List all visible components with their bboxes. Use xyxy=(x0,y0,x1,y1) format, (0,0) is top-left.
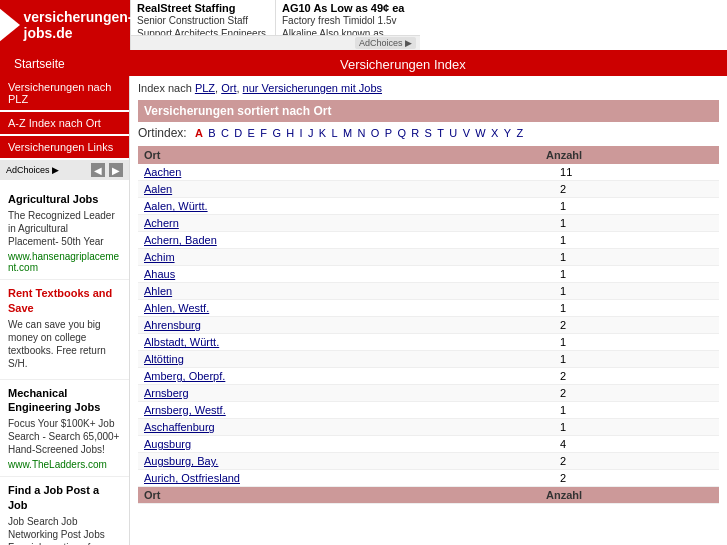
ort-link[interactable]: Achim xyxy=(144,251,175,263)
sidebar-ad4-body: Job Search Job Networking Post Jobs Free… xyxy=(8,515,121,545)
ort-link[interactable]: Augsburg, Bay. xyxy=(144,455,218,467)
link-plz[interactable]: PLZ xyxy=(195,82,215,94)
cell-anzahl: 1 xyxy=(540,283,719,300)
letter-link-X[interactable]: X xyxy=(491,127,498,139)
letter-link-W[interactable]: W xyxy=(475,127,485,139)
table-row: Arnsberg, Westf.1 xyxy=(138,402,719,419)
footer-col-anzahl: Anzahl xyxy=(540,487,719,504)
cell-ort: Achim xyxy=(138,249,540,266)
table-row: Achern, Baden1 xyxy=(138,232,719,249)
cell-ort: Augsburg xyxy=(138,436,540,453)
letter-link-H[interactable]: H xyxy=(286,127,294,139)
ort-link[interactable]: Aschaffenburg xyxy=(144,421,215,433)
table-row: Achim1 xyxy=(138,249,719,266)
ad1-title: RealStreet Staffing xyxy=(137,2,269,14)
cell-anzahl: 2 xyxy=(540,385,719,402)
sidebar-item-az[interactable]: A-Z Index nach Ort xyxy=(0,112,129,134)
ort-link[interactable]: Albstadt, Württ. xyxy=(144,336,219,348)
sidebar-item-plz[interactable]: Versicherungen nach PLZ xyxy=(0,76,129,110)
letter-link-U[interactable]: U xyxy=(449,127,457,139)
letter-link-M[interactable]: M xyxy=(343,127,352,139)
table-row: Altötting1 xyxy=(138,351,719,368)
ort-link[interactable]: Ahlen, Westf. xyxy=(144,302,209,314)
letter-link-V[interactable]: V xyxy=(463,127,470,139)
sidebar-item-links[interactable]: Versicherungen Links xyxy=(0,136,129,158)
letter-link-A[interactable]: A xyxy=(195,127,203,139)
ort-link[interactable]: Aalen, Württ. xyxy=(144,200,208,212)
letter-link-S[interactable]: S xyxy=(425,127,432,139)
ort-link[interactable]: Altötting xyxy=(144,353,184,365)
letter-link-B[interactable]: B xyxy=(208,127,215,139)
table-body: Aachen11Aalen2Aalen, Württ.1Achern1Acher… xyxy=(138,164,719,487)
ort-link[interactable]: Ahlen xyxy=(144,285,172,297)
ad1-text: Senior Construction Staff Support Archit… xyxy=(137,14,269,35)
main-table: Ort Anzahl Aachen11Aalen2Aalen, Württ.1A… xyxy=(138,146,719,504)
ort-link[interactable]: Ahaus xyxy=(144,268,175,280)
letter-links: A B C D E F G H I J K L M N O P Q R S T … xyxy=(194,126,524,140)
ort-link[interactable]: Arnsberg, Westf. xyxy=(144,404,226,416)
cell-ort: Aachen xyxy=(138,164,540,181)
link-ort[interactable]: Ort xyxy=(221,82,236,94)
ort-link[interactable]: Amberg, Oberpf. xyxy=(144,370,225,382)
letter-link-N[interactable]: N xyxy=(358,127,366,139)
cell-anzahl: 1 xyxy=(540,402,719,419)
sidebar-ad1-url[interactable]: www.hansenagriplacement.com xyxy=(8,251,121,273)
ort-link[interactable]: Aalen xyxy=(144,183,172,195)
link-mit-jobs[interactable]: nur Versicherungen mit Jobs xyxy=(243,82,382,94)
cell-anzahl: 1 xyxy=(540,215,719,232)
table-row: Aurich, Ostfriesland2 xyxy=(138,470,719,487)
letter-link-Q[interactable]: Q xyxy=(397,127,406,139)
sidebar-ad-next[interactable]: ▶ xyxy=(109,163,123,177)
ort-link[interactable]: Aachen xyxy=(144,166,181,178)
letter-link-J[interactable]: J xyxy=(308,127,314,139)
section-title: Versicherungen sortiert nach Ort xyxy=(138,100,719,122)
sidebar-ad4-headline: Find a Job Post a Job xyxy=(8,483,121,512)
sidebar-ad3-url[interactable]: www.TheLadders.com xyxy=(8,459,121,470)
cell-ort: Aurich, Ostfriesland xyxy=(138,470,540,487)
sidebar-ad1-body: The Recognized Leader in Agricultural Pl… xyxy=(8,209,121,248)
letter-link-Z[interactable]: Z xyxy=(516,127,523,139)
ort-link[interactable]: Augsburg xyxy=(144,438,191,450)
nav-startseite[interactable]: Startseite xyxy=(0,52,79,76)
ort-link[interactable]: Arnsberg xyxy=(144,387,189,399)
letter-link-K[interactable]: K xyxy=(319,127,326,139)
cell-anzahl: 2 xyxy=(540,317,719,334)
cell-anzahl: 11 xyxy=(540,164,719,181)
ort-link[interactable]: Ahrensburg xyxy=(144,319,201,331)
letter-link-I[interactable]: I xyxy=(300,127,303,139)
adchoices-label[interactable]: AdChoices ▶ xyxy=(355,37,416,49)
ort-link[interactable]: Achern xyxy=(144,217,179,229)
col-header-ort: Ort xyxy=(138,146,540,164)
cell-ort: Aschaffenburg xyxy=(138,419,540,436)
letter-link-D[interactable]: D xyxy=(234,127,242,139)
cell-ort: Achern xyxy=(138,215,540,232)
ort-index: Ortindex: A B C D E F G H I J K L M N O … xyxy=(138,126,719,140)
letter-link-P[interactable]: P xyxy=(385,127,392,139)
table-row: Achern1 xyxy=(138,215,719,232)
ad2-title: AG10 As Low as 49¢ ea xyxy=(282,2,414,14)
cell-ort: Aalen, Württ. xyxy=(138,198,540,215)
sidebar-adchoices-label[interactable]: AdChoices ▶ xyxy=(6,165,59,175)
letter-link-Y[interactable]: Y xyxy=(504,127,511,139)
letter-link-E[interactable]: E xyxy=(248,127,255,139)
ort-link[interactable]: Achern, Baden xyxy=(144,234,217,246)
content-area: Index nach PLZ, Ort, nur Versicherungen … xyxy=(130,76,727,545)
letter-link-L[interactable]: L xyxy=(332,127,338,139)
cell-anzahl: 1 xyxy=(540,249,719,266)
cell-anzahl: 1 xyxy=(540,266,719,283)
sidebar-ad1-headline: Agricultural Jobs xyxy=(8,192,121,206)
site-logo[interactable]: versicherungen-jobs.de xyxy=(0,0,130,50)
navbar: Startseite Versicherungen Index xyxy=(0,52,727,76)
table-footer-row: Ort Anzahl xyxy=(138,487,719,504)
letter-link-F[interactable]: F xyxy=(260,127,267,139)
letter-link-G[interactable]: G xyxy=(272,127,281,139)
cell-anzahl: 4 xyxy=(540,436,719,453)
letter-link-O[interactable]: O xyxy=(371,127,380,139)
table-row: Aschaffenburg1 xyxy=(138,419,719,436)
letter-link-C[interactable]: C xyxy=(221,127,229,139)
sidebar-ad-1: Agricultural Jobs The Recognized Leader … xyxy=(0,186,129,280)
ort-link[interactable]: Aurich, Ostfriesland xyxy=(144,472,240,484)
letter-link-R[interactable]: R xyxy=(411,127,419,139)
sidebar-ad-prev[interactable]: ◀ xyxy=(91,163,105,177)
letter-link-T[interactable]: T xyxy=(437,127,444,139)
